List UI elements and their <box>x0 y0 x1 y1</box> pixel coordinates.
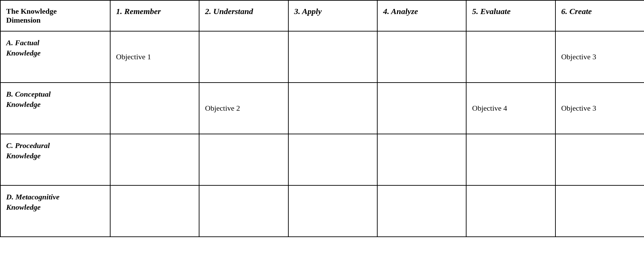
cell-conceptual-knowledge-col6: Objective 3 <box>555 83 644 134</box>
row-header-metacognitive-knowledge: D. MetacognitiveKnowledge <box>0 185 110 237</box>
row-header-procedural-knowledge: C. ProceduralKnowledge <box>0 134 110 185</box>
row-header-factual-knowledge: A. FactualKnowledge <box>0 31 110 83</box>
cell-metacognitive-knowledge-col4 <box>377 185 466 237</box>
cell-conceptual-knowledge-col3 <box>288 83 377 134</box>
cell-metacognitive-knowledge-col5 <box>466 185 555 237</box>
header-line1: The Knowledge <box>6 7 57 15</box>
cell-metacognitive-knowledge-col6 <box>555 185 644 237</box>
cell-conceptual-knowledge-col4 <box>377 83 466 134</box>
cell-factual-knowledge-col4 <box>377 31 466 83</box>
header-remember: 1. Remember <box>110 0 199 31</box>
header-apply: 3. Apply <box>288 0 377 31</box>
bloom-taxonomy-table: The Knowledge Dimension 1. Remember 2. U… <box>0 0 644 258</box>
cell-metacognitive-knowledge-col2 <box>199 185 288 237</box>
cell-procedural-knowledge-col5 <box>466 134 555 185</box>
cell-metacognitive-knowledge-col1 <box>110 185 199 237</box>
cell-metacognitive-knowledge-col3 <box>288 185 377 237</box>
cell-procedural-knowledge-col1 <box>110 134 199 185</box>
cell-factual-knowledge-col5 <box>466 31 555 83</box>
header-evaluate: 5. Evaluate <box>466 0 555 31</box>
cell-conceptual-knowledge-col1 <box>110 83 199 134</box>
cell-factual-knowledge-col2 <box>199 31 288 83</box>
cell-procedural-knowledge-col2 <box>199 134 288 185</box>
header-knowledge-dimension: The Knowledge Dimension <box>0 0 110 31</box>
header-analyze: 4. Analyze <box>377 0 466 31</box>
cell-procedural-knowledge-col6 <box>555 134 644 185</box>
cell-factual-knowledge-col1: Objective 1 <box>110 31 199 83</box>
cell-conceptual-knowledge-col2: Objective 2 <box>199 83 288 134</box>
cell-factual-knowledge-col6: Objective 3 <box>555 31 644 83</box>
cell-factual-knowledge-col3 <box>288 31 377 83</box>
header-line2: Dimension <box>6 16 41 24</box>
cell-procedural-knowledge-col3 <box>288 134 377 185</box>
header-understand: 2. Understand <box>199 0 288 31</box>
cell-procedural-knowledge-col4 <box>377 134 466 185</box>
row-header-conceptual-knowledge: B. ConceptualKnowledge <box>0 83 110 134</box>
cell-conceptual-knowledge-col5: Objective 4 <box>466 83 555 134</box>
header-create: 6. Create <box>555 0 644 31</box>
